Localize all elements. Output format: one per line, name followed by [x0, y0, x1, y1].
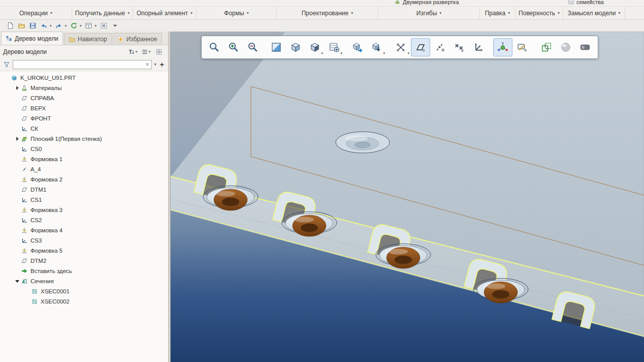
tree-filter-input[interactable] — [15, 61, 146, 68]
filter-funnel-icon[interactable] — [3, 61, 10, 68]
close-window-button[interactable] — [99, 21, 109, 31]
display-style-button[interactable]: ▾ — [305, 38, 325, 56]
tree-item[interactable]: CS1 — [0, 195, 168, 205]
ribbon-group-label[interactable]: Опорный элемент▾ — [133, 7, 197, 19]
wall-icon — [20, 135, 28, 142]
ribbon-group-label[interactable]: Изгибы▾ — [378, 7, 480, 19]
tab-favorites[interactable]: Избранное — [113, 33, 162, 45]
tree-item[interactable]: DTM1 — [0, 185, 168, 195]
open-file-button[interactable] — [16, 21, 26, 31]
regenerate-icon — [70, 22, 78, 29]
section-view-button[interactable]: ▾ — [367, 38, 387, 56]
tree-item[interactable]: Формовка 4 — [0, 225, 168, 235]
filter-dropdown-icon[interactable]: ▾ — [154, 62, 156, 67]
ribbon-group-label[interactable]: Поверхность▾ — [516, 7, 563, 19]
datum-arrows-icon — [395, 41, 407, 53]
tree-item[interactable]: Формовка 5 — [0, 246, 168, 256]
zoom-out-button[interactable] — [243, 38, 263, 56]
chevron-down-icon: ▾ — [247, 11, 249, 15]
tree-item[interactable]: A_4 — [0, 164, 168, 174]
tree-item[interactable]: CS0 — [0, 144, 168, 154]
tree-item[interactable]: CS2 — [0, 215, 168, 225]
redo-button[interactable] — [54, 21, 64, 31]
family-editor-button[interactable]: семейства — [568, 0, 604, 5]
tree-item-label: Формовка 4 — [30, 227, 62, 233]
tree-item[interactable]: Сечения — [0, 276, 168, 286]
ribbon-group-label[interactable]: Проектирование▾ — [277, 7, 378, 19]
clear-filter-icon[interactable]: × — [146, 62, 149, 68]
tree-item[interactable]: CS3 — [0, 235, 168, 246]
expand-icon[interactable] — [14, 86, 20, 90]
ribbon-group-text: Проектирование — [302, 10, 349, 17]
ribbon-group-labels: Операции▾Получить данные▾Опорный элемент… — [0, 7, 644, 20]
zoom-in-button[interactable] — [224, 38, 243, 56]
save-button[interactable] — [27, 21, 38, 31]
annotation-display-toggle[interactable] — [512, 38, 532, 56]
chevron-down-icon[interactable]: ▾ — [50, 24, 52, 28]
collapse-icon[interactable] — [14, 280, 20, 283]
form-icon — [20, 206, 28, 214]
repaint-button[interactable] — [267, 38, 286, 56]
undo-button[interactable] — [39, 21, 49, 31]
add-filter-icon[interactable]: + — [159, 61, 165, 69]
new-file-button[interactable] — [5, 21, 15, 31]
saved-orientations-button[interactable]: ▾ — [325, 38, 344, 56]
tab-navigator[interactable]: Навигатор — [64, 33, 112, 45]
3d-viewport[interactable]: ▾▾▾▾ — [171, 32, 644, 362]
tree-item[interactable]: Материалы — [0, 83, 168, 93]
tree-columns-button[interactable] — [153, 47, 165, 57]
csys-display-toggle[interactable] — [469, 38, 488, 56]
tab-model-tree[interactable]: Дерево модели — [1, 32, 63, 45]
chevron-down-icon[interactable]: ▾ — [80, 24, 82, 28]
tree-item[interactable]: ВЕРХ — [0, 103, 168, 113]
grid-icon — [155, 48, 163, 55]
toolbar-options-button[interactable] — [110, 21, 120, 31]
point-tag-icon — [453, 41, 465, 53]
tree-display-button[interactable]: ▾ — [140, 47, 152, 57]
chevron-down-icon[interactable]: ▾ — [95, 24, 97, 28]
tree-filters-button[interactable]: T▾ — [126, 47, 139, 57]
spin-center-toggle[interactable] — [493, 38, 512, 56]
ribbon-group-label[interactable]: Правка▾ — [480, 7, 516, 19]
ribbon-group-label[interactable]: Получить данные▾ — [72, 7, 133, 19]
tree-item[interactable]: Формовка 3 — [0, 205, 168, 215]
plane-display-toggle[interactable] — [411, 38, 430, 56]
chevron-down-icon[interactable]: ▾ — [65, 24, 67, 28]
zoom-window-button[interactable] — [205, 38, 224, 56]
tree-item[interactable]: Вставить здесь — [0, 266, 168, 276]
tree-item[interactable]: СПРАВА — [0, 93, 168, 103]
sketch-display-toggle[interactable] — [537, 38, 556, 56]
expand-icon[interactable] — [14, 137, 20, 141]
ribbon-group-label[interactable]: Формы▾ — [197, 7, 277, 19]
tree-item-label: Формовка 3 — [30, 207, 62, 213]
tree-item[interactable]: Плоский 1(Первая стенка) — [0, 134, 168, 144]
point-display-toggle[interactable] — [449, 38, 469, 56]
tree-item[interactable]: XSEC0001 — [0, 286, 168, 296]
tree-item[interactable]: ФРОНТ — [0, 113, 168, 124]
regenerate-button[interactable] — [69, 21, 79, 31]
flat-pattern-button[interactable]: Двумерная развертка — [394, 0, 459, 5]
shading-button[interactable] — [286, 38, 305, 56]
form-icon — [20, 227, 28, 234]
window-button[interactable] — [84, 21, 94, 31]
plane-icon — [20, 105, 28, 112]
ribbon-group-text: Операции — [19, 10, 48, 17]
tree-item-label: XSEC0001 — [41, 288, 70, 294]
graphics-options-button[interactable] — [575, 38, 595, 56]
axis-display-toggle[interactable] — [430, 38, 449, 56]
sphere-display-button[interactable] — [556, 38, 575, 56]
datum-display-filters-button[interactable]: ▾ — [392, 38, 411, 56]
tree-item[interactable]: Формовка 1 — [0, 154, 168, 164]
tree-item[interactable]: K_UROKU_U91.PRT — [0, 73, 168, 83]
tree-item[interactable]: Формовка 2 — [0, 174, 168, 185]
view-manager-button[interactable] — [348, 38, 367, 56]
tree-item[interactable]: СК — [0, 124, 168, 134]
tree-item[interactable]: XSEC0002 — [0, 296, 168, 307]
ribbon-group-label[interactable]: Замысел модели▾ — [563, 7, 625, 19]
filter-T-icon: T — [128, 48, 135, 55]
chevron-down-icon: ▾ — [383, 51, 385, 55]
tree-item-label: Формовка 5 — [30, 248, 62, 254]
tree-item[interactable]: DTM2 — [0, 256, 168, 266]
green-squares-icon — [540, 41, 553, 53]
ribbon-group-label[interactable]: Операции▾ — [0, 7, 72, 19]
